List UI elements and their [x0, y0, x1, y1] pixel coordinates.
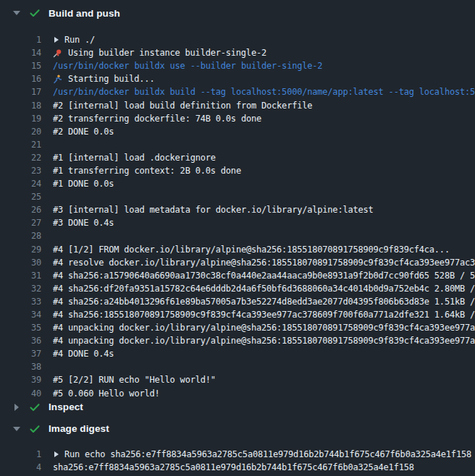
log-line: 15/usr/bin/docker buildx use --builder b… [0, 59, 475, 72]
log-line: 18#2 [internal] load build definition fr… [0, 98, 475, 111]
log-line: 23#1 transferring context: 2B 0.0s done [0, 164, 475, 177]
log-line: 39#5 [2/2] RUN echo "Hello world!" [0, 373, 475, 386]
log-text: #1 DONE 0.0s [53, 179, 475, 189]
line-number[interactable]: 1 [0, 449, 41, 459]
log-text: #2 transferring dockerfile: 74B 0.0s don… [53, 114, 475, 124]
line-number[interactable]: 39 [0, 375, 41, 385]
log-block-image-digest: 1Run echo sha256:e7ff8834a5963a2785c5a08… [0, 436, 475, 474]
line-number[interactable]: 38 [0, 362, 41, 372]
line-number[interactable]: 17 [0, 87, 41, 97]
log-text-content: #4 unpacking docker.io/library/alpine@sh… [53, 336, 475, 346]
log-line: 26#3 [internal] load metadata for docker… [0, 203, 475, 216]
log-line: 37#4 DONE 0.4s [0, 347, 475, 360]
line-number[interactable]: 26 [0, 205, 41, 215]
check-success-icon [29, 7, 41, 19]
line-number[interactable]: 29 [0, 245, 41, 255]
log-line: 36#4 unpacking docker.io/library/alpine@… [0, 334, 475, 347]
log-text-content: #2 transferring dockerfile: 74B 0.0s don… [53, 114, 261, 124]
line-number[interactable]: 28 [0, 231, 41, 241]
line-number[interactable]: 30 [0, 258, 41, 268]
log-text-content: #2 [internal] load build definition from… [53, 101, 312, 111]
line-number[interactable]: 22 [0, 153, 41, 163]
line-number[interactable]: 18 [0, 101, 41, 111]
log-text: #4 DONE 0.4s [53, 349, 475, 359]
line-number[interactable]: 1 [0, 35, 41, 45]
log-text: #4 sha256:a15790640a6690aa1730c38cf0a440… [53, 271, 475, 281]
step-title: Image digest [49, 423, 109, 434]
log-command-text: /usr/bin/docker buildx build --tag local… [53, 87, 475, 97]
log-text-content: #4 sha256:a24bb4013296f61e89ba57005a7b3e… [53, 297, 475, 307]
log-line: 16Starting build... [0, 72, 475, 85]
line-number[interactable]: 25 [0, 192, 41, 202]
line-number[interactable]: 23 [0, 166, 41, 176]
log-text-content: Starting build... [68, 74, 154, 84]
log-line: 34#4 sha256:185518070891758909c9f839cf4c… [0, 308, 475, 321]
log-text-content: #5 0.060 Hello world! [53, 388, 160, 399]
log-text-content: Using builder instance builder-single-2 [68, 48, 266, 58]
log-text-content: #4 resolve docker.io/library/alpine@sha2… [53, 258, 475, 268]
check-success-icon [29, 423, 41, 435]
pushpin-icon [53, 48, 62, 58]
log-text: Run ./ [53, 35, 475, 45]
log-text-content: #2 DONE 0.0s [53, 127, 114, 137]
chevron-right-icon[interactable] [12, 404, 21, 411]
log-line: 33#4 sha256:a24bb4013296f61e89ba57005a7b… [0, 295, 475, 308]
log-block-build-and-push: 1Run ./14Using builder instance builder-… [0, 26, 475, 400]
log-line: 32#4 sha256:df20fa9351a15782c64e6dddb2d4… [0, 282, 475, 295]
step-header-image-digest[interactable]: Image digest [0, 422, 475, 436]
line-number[interactable]: 32 [0, 284, 41, 294]
log-text-content: #4 unpacking docker.io/library/alpine@sh… [53, 323, 475, 333]
log-line: 22#1 [internal] load .dockerignore [0, 151, 475, 164]
log-text-content: #3 DONE 0.4s [53, 218, 114, 228]
log-text: Using builder instance builder-single-2 [53, 48, 475, 58]
log-text-content: #4 DONE 0.4s [53, 349, 114, 359]
run-group-expander-icon[interactable] [54, 37, 59, 43]
log-line: 25 [0, 190, 475, 203]
line-number[interactable]: 35 [0, 323, 41, 333]
log-line: 31#4 sha256:a15790640a6690aa1730c38cf0a4… [0, 269, 475, 282]
log-text-content: #4 [1/2] FROM docker.io/library/alpine@s… [53, 245, 450, 255]
line-number[interactable]: 15 [0, 61, 41, 71]
step-header-build-and-push[interactable]: Build and push [0, 0, 475, 26]
line-number[interactable]: 40 [0, 388, 41, 399]
line-number[interactable]: 33 [0, 297, 41, 307]
log-line: 38 [0, 360, 475, 373]
step-header-inspect[interactable]: Inspect [0, 400, 475, 415]
line-number[interactable]: 4 [0, 462, 41, 472]
line-number[interactable]: 19 [0, 114, 41, 124]
line-number[interactable]: 31 [0, 271, 41, 281]
line-number[interactable]: 24 [0, 179, 41, 189]
line-number[interactable]: 21 [0, 140, 41, 150]
log-text: #4 unpacking docker.io/library/alpine@sh… [53, 336, 475, 346]
log-text: #3 DONE 0.4s [53, 218, 475, 228]
line-number[interactable]: 27 [0, 218, 41, 228]
line-number[interactable]: 34 [0, 310, 41, 320]
log-line: 14Using builder instance builder-single-… [0, 46, 475, 59]
log-text-content: /usr/bin/docker buildx use --builder bui… [53, 61, 322, 71]
chevron-down-icon[interactable] [12, 11, 21, 15]
line-number[interactable]: 16 [0, 74, 41, 84]
log-text-content: #4 sha256:185518070891758909c9f839cf4ca3… [53, 310, 475, 320]
line-number[interactable]: 36 [0, 336, 41, 346]
log-text: #1 [internal] load .dockerignore [53, 153, 475, 163]
log-line: 28 [0, 229, 475, 242]
log-text-content: sha256:e7ff8834a5963a2785c5a0811e979d16b… [53, 462, 414, 472]
log-text: Run echo sha256:e7ff8834a5963a2785c5a081… [53, 449, 475, 459]
log-line: 17/usr/bin/docker buildx build --tag loc… [0, 85, 475, 98]
log-line: 19#2 transferring dockerfile: 74B 0.0s d… [0, 112, 475, 125]
step-title: Build and push [49, 8, 120, 19]
step-title: Inspect [49, 401, 83, 412]
line-number[interactable]: 20 [0, 127, 41, 137]
log-text: #4 unpacking docker.io/library/alpine@sh… [53, 323, 475, 333]
log-text-content: #1 DONE 0.0s [53, 179, 114, 189]
line-number[interactable]: 37 [0, 349, 41, 359]
log-line: 24#1 DONE 0.0s [0, 177, 475, 190]
log-text: #3 [internal] load metadata for docker.i… [53, 205, 475, 215]
log-text: #4 resolve docker.io/library/alpine@sha2… [53, 258, 475, 268]
log-text: Starting build... [53, 74, 475, 84]
log-line: 27#3 DONE 0.4s [0, 216, 475, 229]
chevron-down-icon[interactable] [12, 427, 21, 431]
line-number[interactable]: 14 [0, 48, 41, 58]
run-group-expander-icon[interactable] [54, 451, 59, 457]
log-line: 20#2 DONE 0.0s [0, 125, 475, 138]
